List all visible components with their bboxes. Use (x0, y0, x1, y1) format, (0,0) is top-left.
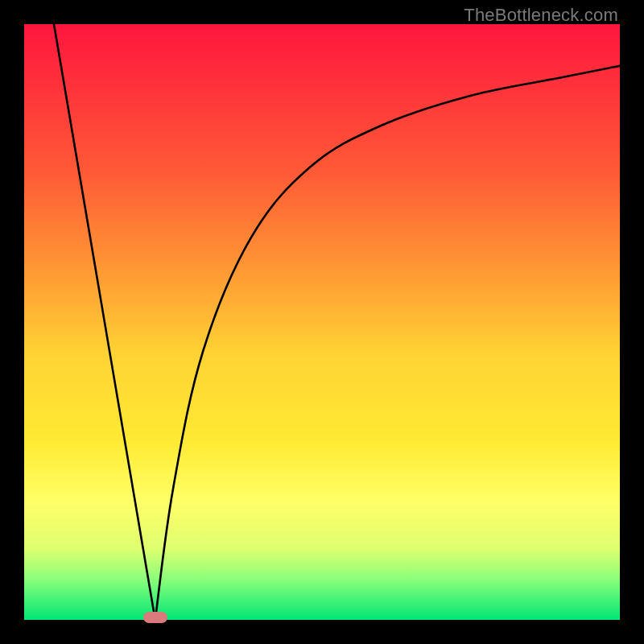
plot-area (24, 24, 620, 620)
right-curve-line (155, 66, 620, 620)
chart-container: TheBottleneck.com (0, 0, 644, 644)
bottleneck-marker (143, 612, 167, 623)
chart-lines (24, 24, 620, 620)
left-diagonal-line (54, 24, 155, 620)
watermark-text: TheBottleneck.com (464, 5, 618, 26)
